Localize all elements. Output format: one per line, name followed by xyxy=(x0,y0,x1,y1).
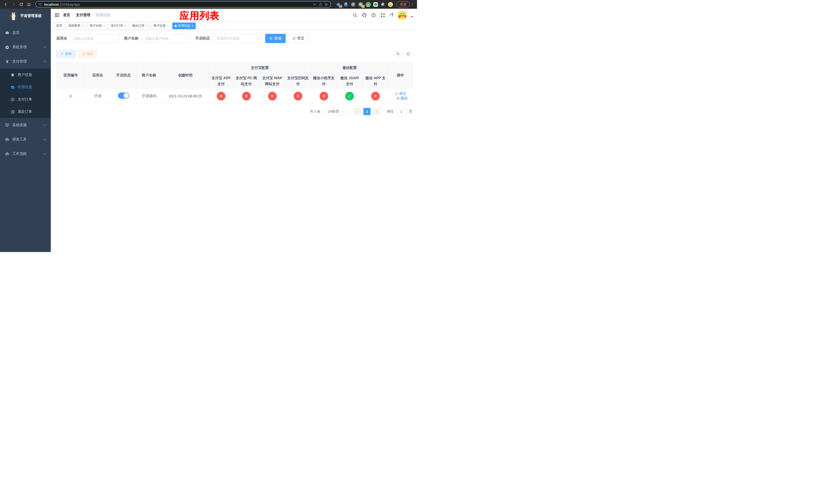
cell-alipay-wap: ✕ xyxy=(260,88,285,104)
prev-page-button[interactable] xyxy=(354,108,361,115)
help-icon[interactable] xyxy=(371,13,376,18)
address-bar[interactable]: localhost:1024/pay/app xyxy=(36,1,331,8)
cell-actions: 修改 删除 xyxy=(389,88,413,104)
app: 芋道管理系统 首页 系统管理 ¥ 支付管 xyxy=(0,9,417,252)
chrome-update-button[interactable]: 更新 xyxy=(396,1,410,7)
app-title: 芋道管理系统 xyxy=(20,14,42,18)
sidebar-item-payment[interactable]: ¥ 支付管理 xyxy=(0,54,51,69)
next-page-button[interactable] xyxy=(373,108,380,115)
delete-link-label: 删除 xyxy=(401,96,408,101)
sidebar-item-infrastructure[interactable]: 基础设施 xyxy=(0,118,51,132)
sidebar-item-merchant-info[interactable]: 商户信息 xyxy=(0,69,51,81)
header-search-icon[interactable] xyxy=(353,13,357,18)
extension-icon-2[interactable] xyxy=(343,2,348,7)
font-size-icon[interactable]: TT xyxy=(390,13,394,18)
sidebar-item-home[interactable]: 首页 xyxy=(0,26,51,40)
close-icon[interactable] xyxy=(103,24,105,27)
sidebar-item-refund-order[interactable]: 退款订单 xyxy=(0,106,51,118)
status-icon-wx-app: ✕ xyxy=(371,92,380,100)
tab-process-form[interactable]: 流程表单 xyxy=(66,23,86,29)
github-icon[interactable] xyxy=(362,13,367,18)
close-icon[interactable] xyxy=(124,24,126,27)
refresh-table-button[interactable] xyxy=(404,50,412,58)
site-info-icon[interactable] xyxy=(39,3,42,6)
close-icon[interactable] xyxy=(146,24,148,27)
extension-icon-6[interactable] xyxy=(373,2,378,7)
share-icon[interactable] xyxy=(319,3,322,6)
extension-icon-5[interactable]: y xyxy=(366,2,371,7)
home-icon[interactable] xyxy=(26,1,32,8)
export-button[interactable]: 导出 xyxy=(78,50,97,58)
close-icon[interactable] xyxy=(82,24,84,27)
tab-refund-order[interactable]: 退款订单 xyxy=(130,23,150,29)
col-group-wechat: 微信配置 xyxy=(311,62,389,74)
status-select[interactable]: 请选择开启状态 xyxy=(213,34,262,43)
tab-merchant-info[interactable]: 商户信息 xyxy=(151,23,171,29)
tab-pay-order[interactable]: 支付订单 xyxy=(109,23,129,29)
forward-icon[interactable] xyxy=(10,1,17,8)
extension-icon-3[interactable]: ⌘ xyxy=(351,2,356,7)
url-text[interactable]: localhost:1024/pay/app xyxy=(44,3,80,6)
fullscreen-icon[interactable] xyxy=(380,13,385,18)
status-toggle[interactable] xyxy=(118,93,129,99)
back-icon[interactable] xyxy=(3,1,9,8)
pagination: 共 1 条 10条/页 1 前往 页 xyxy=(57,108,412,115)
merchant-name-label: 商户名称 xyxy=(124,36,138,41)
col-header-alipay-qr: 支付宝扫码支付 xyxy=(285,74,311,88)
delete-link[interactable]: 删除 xyxy=(396,96,408,101)
edit-link[interactable]: 修改 xyxy=(395,91,406,96)
gear-icon xyxy=(5,45,9,49)
command-icon: ⌘ xyxy=(351,2,355,7)
sidebar-item-workflow[interactable]: 工作流程 xyxy=(0,147,51,161)
sidebar-item-system[interactable]: 系统管理 xyxy=(0,40,51,54)
tab-app-info[interactable]: 应用信息 xyxy=(172,23,196,29)
tab-user-group[interactable]: 用户分组 xyxy=(87,23,107,29)
reload-icon[interactable] xyxy=(18,1,25,8)
extension-icon-1[interactable]: 10 xyxy=(336,2,341,7)
user-avatar[interactable] xyxy=(398,11,407,20)
tab-home[interactable]: 首页 xyxy=(54,23,65,29)
tags-bar: 首页 流程表单 用户分组 支付订单 退款订单 xyxy=(51,22,417,30)
sidebar-item-devtools[interactable]: 研发工具 xyxy=(0,132,51,147)
extensions-menu-icon[interactable] xyxy=(380,2,386,7)
add-button-label: 新增 xyxy=(65,52,71,56)
sidebar-item-pay-order[interactable]: 支付订单 xyxy=(0,93,51,106)
breadcrumb-payment[interactable]: 支付管理 xyxy=(76,13,90,18)
password-key-icon[interactable] xyxy=(313,3,317,6)
extensions-tray: 10 ⌘ 1 y xyxy=(334,2,394,7)
show-search-button[interactable] xyxy=(394,50,402,58)
search-button[interactable]: 搜索 xyxy=(265,34,286,43)
bookmark-star-icon[interactable] xyxy=(324,3,328,6)
status-label: 开启状态 xyxy=(195,36,210,41)
cell-alipay-pc: ✕ xyxy=(233,88,260,104)
sidebar-item-label: 支付管理 xyxy=(12,59,27,64)
merchant-name-input[interactable] xyxy=(141,34,191,43)
page-size-select[interactable]: 10条/页 xyxy=(323,108,349,115)
close-icon[interactable] xyxy=(167,24,169,27)
breadcrumb-home[interactable]: 首页 xyxy=(63,13,70,18)
browser-menu-icon[interactable]: ⋮ xyxy=(411,2,414,6)
col-header-id: 应用编号 xyxy=(57,62,85,88)
sidebar-item-label: 首页 xyxy=(12,30,20,35)
chevron-down-icon xyxy=(43,123,46,126)
reset-button[interactable]: 重置 xyxy=(288,34,308,43)
sidebar-item-app-info[interactable]: 应用信息 xyxy=(0,81,51,93)
add-button[interactable]: 新增 xyxy=(57,50,75,58)
chevron-down-icon xyxy=(257,37,259,40)
col-header-alipay-app: 支付宝 APP 支付 xyxy=(209,74,233,88)
avatar-caret-icon[interactable] xyxy=(411,16,413,18)
extension-icon-4[interactable]: 1 xyxy=(358,2,363,7)
status-select-placeholder: 请选择开启状态 xyxy=(216,36,240,41)
logo-row[interactable]: 芋道管理系统 xyxy=(0,9,51,23)
trash-icon xyxy=(396,97,400,100)
status-icon-alipay-app: ✕ xyxy=(217,92,225,100)
tab-label: 支付订单 xyxy=(111,24,123,28)
navbar-actions: TT xyxy=(353,11,413,20)
chevron-down-icon xyxy=(43,137,46,140)
app-name-input[interactable] xyxy=(70,34,119,43)
goto-page-input[interactable] xyxy=(396,108,407,115)
browser-profile-avatar[interactable] xyxy=(388,2,393,7)
hamburger-icon[interactable] xyxy=(54,13,60,18)
close-icon[interactable] xyxy=(192,24,193,27)
page-number-button[interactable]: 1 xyxy=(364,108,371,115)
